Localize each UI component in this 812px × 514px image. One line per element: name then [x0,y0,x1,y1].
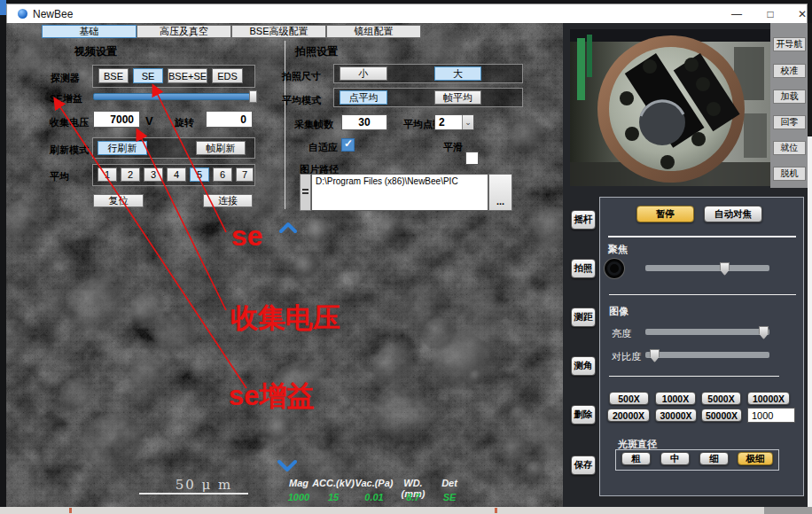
detector-se-button[interactable]: SE [133,68,163,83]
frames-label: 采集帧数 [294,118,333,131]
voltage-label: 收集电压 [50,116,89,129]
adaptive-label: 自适应 [308,141,338,154]
photo-size-label: 拍照尺寸 [282,70,321,83]
bottom-edge-strip [0,507,812,514]
average-1-button[interactable]: 1 [98,167,117,182]
average-5-button[interactable]: 5 [190,167,209,182]
spot-fine-button[interactable]: 细 [699,452,729,465]
brightness-slider[interactable] [645,329,769,335]
autofocus-button[interactable]: 自动对焦 [704,206,762,222]
background-right-window [808,136,812,507]
spot-extra-fine-button[interactable]: 极细 [738,452,773,465]
detector-bse-se-button[interactable]: BSE+SE [168,68,207,83]
divider-1 [608,236,796,238]
status-value-wd: 8.7 [392,492,434,502]
refresh-mode-label: 刷新模式 [50,144,89,157]
se-gain-label: SE增益 [50,92,82,105]
detector-eds-button[interactable]: EDS [212,68,243,83]
annotation-se: se [231,220,263,253]
collapse-up-icon[interactable] [279,222,297,234]
overlay-divider [285,41,285,209]
focus-slider[interactable] [645,265,769,271]
size-large-button[interactable]: 大 [434,66,481,81]
annotation-voltage: 收集电压 [230,300,340,337]
annotation-gain: se增益 [229,378,314,415]
spot-coarse-button[interactable]: 粗 [621,452,651,465]
status-header-acc: ACC.(kV) [312,478,355,488]
scale-bar-line [139,493,248,495]
tab-lens-config[interactable]: 镜组配置 [326,25,421,38]
close-button[interactable]: ✕ [789,4,812,23]
scale-bar-text: 50 μ m [160,477,248,493]
tab-hv-vacuum[interactable]: 高压及真空 [137,25,231,38]
nav-home-button[interactable]: 回零 [773,115,806,129]
status-value-vac: 0.01 [353,492,395,502]
mag-20000x-button[interactable]: 20000X [607,409,650,422]
contrast-slider[interactable] [645,352,769,358]
tool-joystick-button[interactable]: 摇杆 [571,210,596,230]
detector-label: 探测器 [51,72,80,85]
mag-input[interactable]: 1000 [747,408,795,423]
nav-in-position-button[interactable]: 就位 [773,141,806,155]
tool-measure-distance-button[interactable]: 测距 [571,308,596,327]
nav-offline-button[interactable]: 脱机 [773,167,806,181]
size-small-button[interactable]: 小 [340,66,387,81]
focus-record-icon[interactable] [605,259,624,278]
average-6-button[interactable]: 6 [213,167,232,182]
se-gain-slider[interactable] [93,93,257,100]
average-4-button[interactable]: 4 [167,167,186,182]
browse-button[interactable]: ... [488,174,512,211]
average-2-button[interactable]: 2 [121,167,140,182]
path-input[interactable]: D:\Program Files (x86)\NewBee\PIC [311,174,488,211]
path-grip-icon [300,174,311,211]
tool-measure-angle-button[interactable]: 测角 [571,356,596,376]
mag-1000x-button[interactable]: 1000X [655,392,696,405]
spot-medium-button[interactable]: 中 [660,452,690,465]
average-7-button[interactable]: 7 [236,167,254,182]
focus-label: 聚焦 [608,243,628,256]
smooth-label: 平滑 [443,141,463,154]
refresh-line-button[interactable]: 行刷新 [98,141,147,155]
mag-500x-button[interactable]: 500X [609,392,649,405]
tool-capture-button[interactable]: 拍照 [571,259,596,278]
adaptive-checkbox[interactable] [341,138,355,152]
smooth-checkbox[interactable] [465,152,479,165]
reset-button[interactable]: 复位 [93,194,144,207]
refresh-frame-button[interactable]: 帧刷新 [196,141,246,155]
avg-point-button[interactable]: 点平均 [340,90,387,105]
average-3-button[interactable]: 3 [144,167,163,182]
voltage-input[interactable]: 7000 [93,111,140,128]
nav-calibrate-button[interactable]: 校准 [773,64,806,78]
mag-5000x-button[interactable]: 5000X [701,392,741,405]
pause-button[interactable]: 暂停 [636,206,694,222]
minimize-button[interactable]: — [723,4,750,23]
mag-10000x-button[interactable]: 10000X [747,392,790,405]
maximize-button[interactable]: □ [757,4,784,23]
status-header-det: Det [436,478,463,488]
title-bar: NewBee — □ ✕ [6,4,808,23]
mag-50000x-button[interactable]: 50000X [701,409,742,422]
divider-3 [609,376,779,377]
tool-save-button[interactable]: 保存 [571,456,596,475]
collapse-down-icon[interactable] [277,459,297,472]
tab-bse-advanced[interactable]: BSE高级配置 [231,25,326,38]
tab-basic[interactable]: 基础 [42,25,137,38]
connect-button[interactable]: 连接 [203,194,253,207]
points-dropdown-arrow-icon[interactable]: ⌄ [462,115,473,129]
rotate-input[interactable]: 0 [206,111,253,128]
se-gain-slider-thumb[interactable] [249,90,257,103]
nav-load-button[interactable]: 加载 [773,90,806,104]
avg-frame-button[interactable]: 帧平均 [434,90,481,105]
tool-delete-button[interactable]: 删除 [571,405,596,424]
brightness-label: 亮度 [612,327,631,340]
contrast-label: 对比度 [612,350,641,363]
window-title: NewBee [33,8,73,20]
rotate-label: 旋转 [175,116,194,129]
chamber-camera-view [570,29,771,186]
mag-30000x-button[interactable]: 30000X [655,409,697,422]
nav-open-navigation-button[interactable]: 开导航 [773,37,806,51]
voltage-unit: V [145,114,153,128]
frames-input[interactable]: 30 [341,114,387,130]
detector-bse-button[interactable]: BSE [98,68,129,83]
status-value-acc: 15 [312,492,355,502]
